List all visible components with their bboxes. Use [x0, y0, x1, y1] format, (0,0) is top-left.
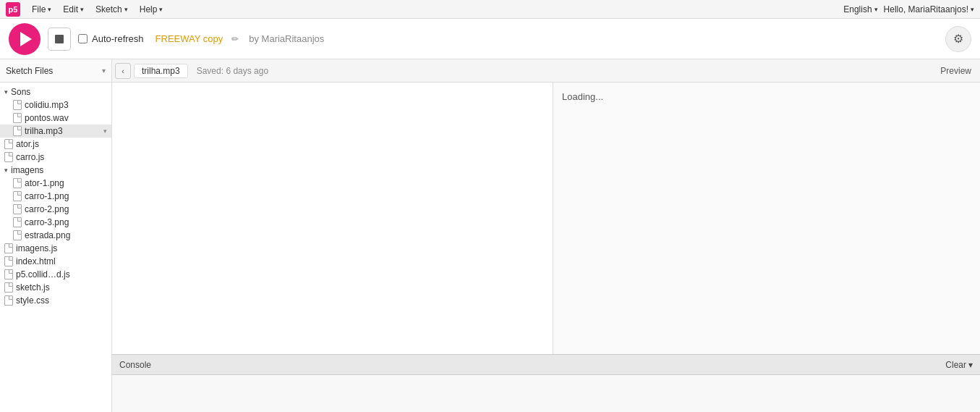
back-chevron-icon: ‹	[122, 67, 124, 75]
sidebar-header: Sketch Files ▾	[0, 59, 111, 83]
author-label: by MariaRitaanjos	[249, 33, 324, 44]
folder-arrow-icon: ▾	[4, 88, 8, 96]
preview-loading: Loading...	[553, 83, 980, 111]
file-icon	[13, 178, 22, 188]
sketch-chevron-icon: ▾	[124, 6, 128, 13]
menu-sketch[interactable]: Sketch ▾	[95, 4, 128, 14]
project-name[interactable]: FREEWAY copy	[155, 33, 223, 44]
file-trilha-mp3[interactable]: trilha.mp3 ▾	[0, 125, 111, 138]
auto-refresh-label: Auto-refresh	[92, 33, 144, 44]
clear-label: Clear	[945, 360, 966, 370]
file-name: ator-1.png	[25, 178, 107, 188]
file-name: carro.js	[16, 152, 44, 162]
file-name: style.css	[16, 295, 49, 306]
stop-icon	[55, 35, 64, 43]
file-name: ator.js	[16, 139, 39, 149]
clear-button[interactable]: Clear ▾	[945, 360, 973, 370]
file-name: trilha.mp3	[25, 126, 101, 136]
file-icon	[13, 217, 22, 227]
file-imagens-js[interactable]: imagens.js	[0, 242, 111, 255]
file-name: carro-2.png	[25, 204, 107, 214]
user-greeting[interactable]: Hello, MariaRitaanjos! ▾	[884, 4, 974, 14]
file-colidiu-mp3[interactable]: colidiu.mp3	[0, 98, 111, 112]
console-label: Console	[119, 360, 945, 370]
auto-refresh-area: Auto-refresh	[78, 33, 144, 44]
language-selector[interactable]: English ▾	[843, 4, 877, 14]
file-icon	[13, 191, 22, 201]
file-sketch-js[interactable]: sketch.js	[0, 281, 111, 294]
file-icon	[4, 152, 13, 162]
file-p5-collid-js[interactable]: p5.collid…d.js	[0, 268, 111, 281]
file-ator1-png[interactable]: ator-1.png	[0, 177, 111, 190]
editor-tab-bar: ‹ trilha.mp3 Saved: 6 days ago Preview	[112, 59, 980, 83]
stop-button[interactable]	[48, 28, 71, 51]
file-options-icon[interactable]: ▾	[103, 127, 107, 135]
file-icon	[4, 282, 13, 293]
folder-sons-label: Sons	[11, 87, 30, 97]
app-logo: p5	[6, 2, 20, 17]
active-tab[interactable]: trilha.mp3	[134, 64, 188, 78]
folder-imagens-label: imagens	[11, 165, 43, 175]
edit-pencil-icon[interactable]: ✏	[231, 34, 239, 44]
file-chevron-icon: ▾	[48, 6, 51, 13]
file-name: p5.collid…d.js	[16, 269, 70, 279]
file-estrada-png[interactable]: estrada.png	[0, 229, 111, 242]
menu-file[interactable]: File ▾	[32, 4, 51, 14]
user-chevron-icon: ▾	[971, 6, 974, 13]
menu-bar: p5 File ▾ Edit ▾ Sketch ▾ Help ▾ English…	[0, 0, 980, 19]
file-ator-js[interactable]: ator.js	[0, 138, 111, 151]
editor-area: ‹ trilha.mp3 Saved: 6 days ago Preview L…	[112, 59, 980, 412]
file-icon	[4, 269, 13, 279]
folder-sons[interactable]: ▾ Sons	[0, 85, 111, 98]
editor-content: Loading...	[112, 83, 980, 354]
menu-edit[interactable]: Edit ▾	[63, 4, 84, 14]
console-header: Console Clear ▾	[112, 355, 980, 375]
menu-help[interactable]: Help ▾	[140, 4, 163, 14]
file-icon	[13, 230, 22, 240]
play-icon	[20, 32, 32, 46]
file-name: carro-1.png	[25, 191, 107, 201]
file-icon	[4, 243, 13, 253]
file-carro2-png[interactable]: carro-2.png	[0, 203, 111, 216]
folder-imagens[interactable]: ▾ imagens	[0, 164, 111, 177]
file-name: index.html	[16, 256, 56, 266]
sidebar-chevron-icon[interactable]: ▾	[102, 67, 106, 75]
file-name: carro-3.png	[25, 217, 107, 227]
file-icon	[4, 139, 13, 149]
toolbar: Auto-refresh FREEWAY copy ✏ by MariaRita…	[0, 19, 980, 59]
file-carro1-png[interactable]: carro-1.png	[0, 190, 111, 203]
file-icon	[13, 113, 22, 123]
file-pontos-wav[interactable]: pontos.wav	[0, 112, 111, 125]
code-editor[interactable]	[112, 83, 553, 354]
play-button[interactable]	[9, 23, 41, 55]
preview-label: Preview	[934, 66, 977, 76]
tab-back-button[interactable]: ‹	[115, 63, 131, 79]
file-style-css[interactable]: style.css	[0, 294, 111, 307]
file-carro-js[interactable]: carro.js	[0, 151, 111, 164]
file-name: sketch.js	[16, 282, 50, 293]
file-icon	[13, 204, 22, 214]
file-name: imagens.js	[16, 243, 57, 253]
help-chevron-icon: ▾	[159, 6, 163, 13]
file-name: colidiu.mp3	[25, 100, 107, 110]
file-icon	[4, 295, 13, 306]
settings-button[interactable]: ⚙	[945, 26, 971, 52]
language-chevron-icon: ▾	[874, 6, 878, 13]
gear-icon: ⚙	[953, 32, 963, 46]
auto-refresh-checkbox[interactable]	[78, 34, 88, 43]
file-name: pontos.wav	[25, 113, 107, 123]
main-area: Sketch Files ▾ ▾ Sons colidiu.mp3 pontos…	[0, 59, 980, 412]
console-body	[112, 375, 980, 412]
file-index-html[interactable]: index.html	[0, 255, 111, 268]
save-status: Saved: 6 days ago	[197, 66, 268, 76]
sidebar-title: Sketch Files	[6, 66, 102, 76]
file-tree: ▾ Sons colidiu.mp3 pontos.wav trilha.mp3…	[0, 83, 111, 412]
console-area: Console Clear ▾	[112, 354, 980, 412]
preview-panel: Loading...	[553, 83, 980, 354]
sidebar: Sketch Files ▾ ▾ Sons colidiu.mp3 pontos…	[0, 59, 112, 412]
file-icon	[13, 100, 22, 110]
file-icon	[13, 126, 22, 136]
console-chevron-icon: ▾	[968, 360, 973, 370]
file-name: estrada.png	[25, 230, 107, 240]
file-carro3-png[interactable]: carro-3.png	[0, 216, 111, 229]
